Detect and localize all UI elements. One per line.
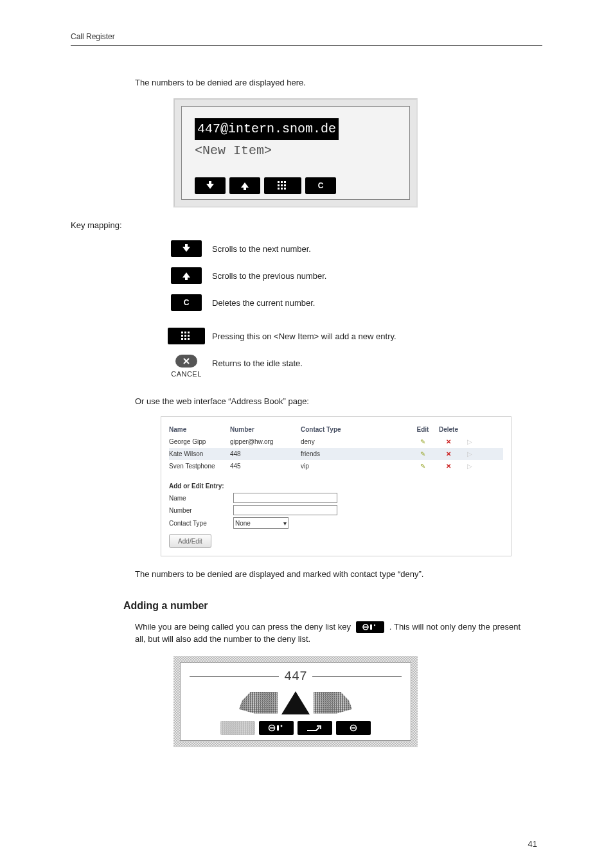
svg-text:C: C [318,181,324,190]
arrow-up-icon [171,267,202,284]
cell-contact: vip [301,461,384,471]
svg-rect-18 [181,335,183,337]
svg-rect-21 [181,338,183,340]
cell-name: Kate Wilson [169,449,230,459]
arrow-down-icon [171,240,202,257]
handset-left-icon [239,692,278,714]
cell-name: George Gipp [169,437,230,447]
add-edit-button[interactable]: Add/Edit [169,534,211,548]
arrow-up-icon [229,177,260,194]
select-value: None [235,518,251,528]
form-title: Add or Edit Entry: [169,481,503,491]
after-table-paragraph: The numbers to be denied are displayed a… [135,568,520,581]
form-number-label: Number [169,506,233,515]
delete-icon[interactable]: ✕ [446,450,451,457]
svg-rect-16 [184,332,186,333]
form-contact-label: Contact Type [169,518,233,528]
svg-rect-17 [188,332,190,333]
form-contact-select[interactable]: None ▾ [233,517,289,529]
cancel-key-icon [175,355,197,368]
table-row: George Gipp gipper@hw.org deny ✎ ✕ ▷ [169,436,503,448]
adding-paragraph: While you are being called you can press… [135,621,520,646]
cancel-key-label: CANCEL [171,369,202,380]
th-name: Name [169,425,230,434]
deny-key-icon [259,721,294,735]
adding-text-a: While you are being called you can press… [135,622,353,632]
th-number: Number [230,425,301,434]
edit-icon[interactable]: ✎ [420,450,425,457]
incoming-call-figure: 447 [173,656,418,747]
chevron-down-icon: ▾ [283,518,287,528]
lcd-line-1: 447@intern.snom.de [195,118,339,140]
svg-rect-32 [277,725,279,731]
play-icon[interactable]: ▷ [467,438,472,445]
keymap-grid-text: Pressing this on <New Item> will add a n… [212,328,520,343]
svg-rect-6 [281,184,283,186]
svg-rect-15 [181,332,183,333]
cell-number: 445 [230,461,301,471]
header-rule [71,45,542,46]
intro-paragraph: The numbers to be denied are displayed h… [135,76,520,89]
svg-rect-8 [278,188,280,190]
svg-rect-13 [185,277,188,280]
cell-number: 448 [230,449,301,459]
keymap-cancel-text: Returns to the idle state. [212,355,520,370]
svg-rect-12 [185,244,188,247]
transfer-key-icon [298,721,332,735]
page-header: Call Register [71,32,542,41]
cell-contact: deny [301,437,384,447]
table-row: Kate Wilson 448 friends ✎ ✕ ▷ [169,448,503,460]
cell-contact: friends [301,449,384,459]
svg-rect-4 [284,181,286,183]
incoming-number: 447 [279,667,312,686]
keymap-up-text: Scrolls to the previous number. [212,267,520,283]
svg-rect-9 [281,188,283,190]
deny-key-icon [356,621,384,633]
caller-triangle-icon [281,691,310,714]
svg-rect-20 [188,335,190,337]
svg-rect-10 [284,188,286,190]
play-icon[interactable]: ▷ [467,463,472,470]
edit-icon[interactable]: ✎ [420,463,425,470]
th-contact: Contact Type [301,425,384,434]
svg-rect-22 [184,338,186,340]
soft-key-blank [220,721,255,735]
keymap-title: Key mapping: [71,219,520,232]
arrow-down-icon [195,177,226,194]
grid-icon [264,177,301,194]
table-row: Sven Testphone 445 vip ✎ ✕ ▷ [169,460,503,472]
delete-icon[interactable]: ✕ [446,463,451,470]
delete-icon[interactable]: ✕ [446,438,451,445]
play-icon[interactable]: ▷ [467,450,472,457]
edit-icon[interactable]: ✎ [420,438,425,445]
addressbook-figure: Name Number Contact Type Edit Delete Geo… [161,416,511,556]
handset-right-icon [314,692,352,714]
svg-rect-0 [209,181,211,184]
keymap-down-text: Scrolls to the next number. [212,240,520,256]
svg-rect-28 [370,624,372,630]
deny-circle-key-icon [336,721,371,735]
page-number: 41 [528,839,537,849]
form-name-input[interactable] [233,493,337,503]
svg-rect-1 [244,187,246,190]
svg-point-29 [374,624,375,626]
keymap-clear-text: Deletes the current number. [212,294,520,310]
cell-number: gipper@hw.org [230,437,301,447]
form-number-input[interactable] [233,505,337,515]
svg-rect-19 [184,335,186,337]
svg-rect-5 [278,184,280,186]
svg-rect-3 [281,181,283,183]
webintro-paragraph: Or use the web interface “Address Book” … [135,395,520,408]
clear-key-icon: C [305,177,336,194]
svg-point-33 [281,725,283,727]
svg-rect-23 [188,338,190,340]
lcd-line-2: <New Item> [195,141,396,161]
svg-text:C: C [184,298,190,307]
lcd-figure: 447@intern.snom.de <New Item> [173,98,418,208]
svg-rect-7 [284,184,286,186]
svg-rect-2 [278,181,280,183]
form-name-label: Name [169,493,233,503]
th-delete: Delete [436,425,461,434]
th-edit: Edit [410,425,436,434]
clear-key-icon: C [171,294,202,311]
